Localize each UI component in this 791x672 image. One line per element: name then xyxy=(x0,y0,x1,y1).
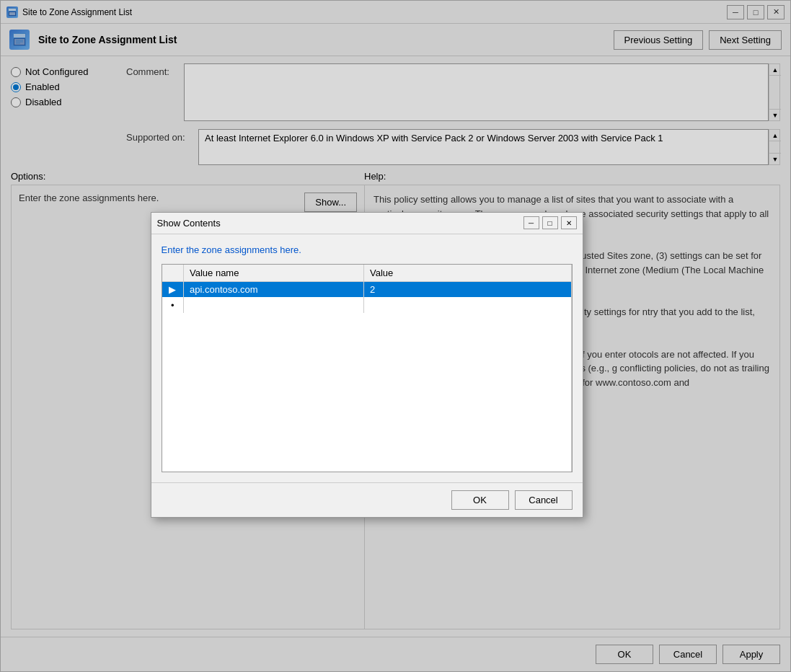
modal-cancel-button[interactable]: Cancel xyxy=(515,490,573,510)
modal-content: Enter the zone assignments here. Value n… xyxy=(151,234,583,483)
col-icon-header xyxy=(162,265,184,282)
modal-ok-button[interactable]: OK xyxy=(451,490,509,510)
modal-row1-icon: ▶ xyxy=(162,281,184,297)
main-window: Site to Zone Assignment List ─ □ ✕ Site … xyxy=(0,0,791,672)
col-value-header: Value xyxy=(364,265,572,282)
col-name-header: Value name xyxy=(184,265,364,282)
modal-title-bar: Show Contents ─ □ ✕ xyxy=(151,213,583,234)
modal-table-empty-rows xyxy=(162,313,572,472)
modal-row2-name xyxy=(184,297,364,313)
modal-row1-name: api.contoso.com xyxy=(184,281,364,297)
modal-table: Value name Value ▶ api.contoso.com 2 xyxy=(162,265,572,472)
modal-maximize-button[interactable]: □ xyxy=(542,216,558,229)
show-contents-modal: Show Contents ─ □ ✕ Enter the zone assig… xyxy=(151,212,583,518)
modal-subtitle: Enter the zone assignments here. xyxy=(162,244,573,255)
modal-row2-value xyxy=(364,297,572,313)
modal-controls: ─ □ ✕ xyxy=(523,216,577,229)
modal-table-row-2[interactable]: • xyxy=(162,297,572,313)
modal-minimize-button[interactable]: ─ xyxy=(523,216,539,229)
modal-close-button[interactable]: ✕ xyxy=(561,216,577,229)
modal-empty-area xyxy=(162,313,572,472)
modal-table-container: Value name Value ▶ api.contoso.com 2 xyxy=(162,264,573,473)
modal-table-row-1[interactable]: ▶ api.contoso.com 2 xyxy=(162,281,572,297)
modal-overlay: Show Contents ─ □ ✕ Enter the zone assig… xyxy=(1,1,790,671)
modal-title: Show Contents xyxy=(157,218,221,229)
modal-table-header: Value name Value xyxy=(162,265,572,282)
modal-row1-value: 2 xyxy=(364,281,572,297)
modal-footer: OK Cancel xyxy=(151,482,583,517)
modal-row2-icon: • xyxy=(162,297,184,313)
